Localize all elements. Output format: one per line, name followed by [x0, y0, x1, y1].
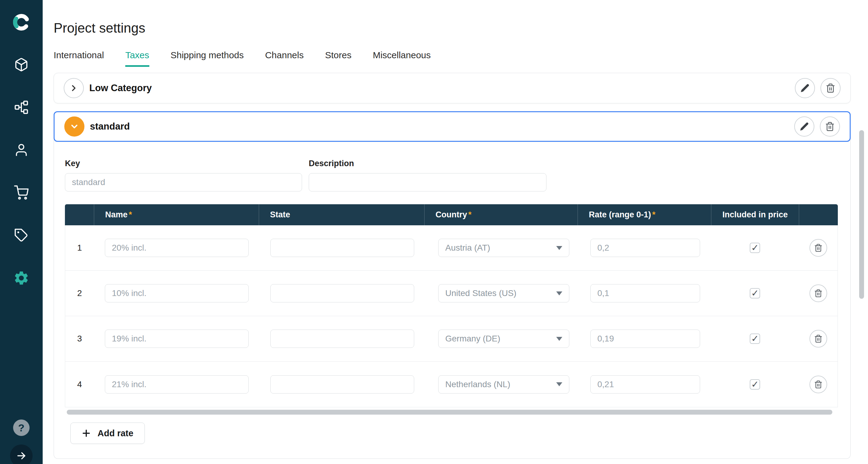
edit-group-button[interactable]	[794, 117, 814, 136]
rate-input[interactable]	[590, 330, 700, 348]
sidebar-nav	[0, 43, 43, 299]
logo-icon	[12, 13, 30, 31]
group-actions	[794, 117, 840, 136]
state-input[interactable]	[270, 284, 414, 302]
sidebar-item-catalogue[interactable]	[0, 43, 43, 86]
rate-input[interactable]	[590, 284, 700, 302]
add-rate-button[interactable]: Add rate	[70, 423, 145, 444]
trash-icon	[814, 244, 823, 252]
trash-icon	[825, 122, 835, 131]
included-header-label: Included in price	[722, 210, 788, 219]
required-marker: *	[652, 210, 656, 219]
gear-icon	[13, 270, 30, 286]
state-header: State	[259, 204, 424, 225]
sidebar-item-topics[interactable]	[0, 214, 43, 257]
included-checkbox[interactable]	[750, 288, 760, 299]
rates-table-header: Name* State Country* Rate (range 0-1)*	[65, 204, 838, 225]
sidebar: ?	[0, 0, 43, 464]
delete-rate-button[interactable]	[809, 284, 827, 302]
country-select-value: United States (US)	[445, 288, 516, 298]
state-header-label: State	[270, 210, 290, 219]
state-input[interactable]	[270, 330, 414, 348]
sidebar-item-settings[interactable]	[0, 257, 43, 299]
country-select[interactable]: Germany (DE)	[438, 330, 569, 348]
app-window: ? Project settings International Taxes S…	[0, 0, 868, 464]
rate-row: 4 Netherlands (NL)	[65, 362, 838, 407]
group-actions	[795, 78, 841, 98]
pencil-icon	[799, 122, 809, 131]
rate-header-label: Rate (range 0-1)	[589, 210, 651, 219]
country-header-label: Country	[436, 210, 467, 219]
required-marker: *	[468, 210, 472, 219]
country-select[interactable]: Austria (AT)	[438, 239, 569, 257]
tab-channels[interactable]: Channels	[265, 50, 304, 67]
name-header-label: Name	[105, 210, 128, 219]
horizontal-scrollbar-thumb[interactable]	[67, 410, 832, 414]
delete-group-button[interactable]	[820, 117, 840, 136]
tax-group-title: Low Category	[89, 83, 152, 94]
main-area: Project settings International Taxes Shi…	[43, 0, 868, 464]
country-select[interactable]: Netherlands (NL)	[438, 375, 569, 394]
collapse-group-button[interactable]	[64, 117, 85, 136]
rate-input[interactable]	[590, 239, 700, 257]
expand-group-button[interactable]	[64, 78, 84, 98]
name-input[interactable]	[105, 375, 249, 394]
page-title: Project settings	[54, 20, 868, 36]
sidebar-item-pipelines[interactable]	[0, 86, 43, 129]
question-mark-icon: ?	[18, 422, 25, 434]
user-icon	[14, 143, 29, 157]
add-rate-label: Add rate	[97, 428, 133, 438]
delete-group-button[interactable]	[820, 78, 841, 98]
key-input[interactable]	[65, 173, 302, 191]
row-number: 2	[65, 288, 94, 298]
rate-row: 1 Austria (AT)	[65, 225, 838, 271]
country-header: Country*	[424, 204, 578, 225]
tree-icon	[14, 100, 29, 115]
included-checkbox[interactable]	[750, 334, 760, 344]
package-icon	[14, 57, 29, 72]
included-checkbox[interactable]	[750, 379, 760, 390]
delete-rate-button[interactable]	[809, 239, 827, 257]
row-number: 4	[65, 379, 94, 389]
sidebar-item-orders[interactable]	[0, 171, 43, 214]
rates-table-body: 1 Austria (AT)	[65, 225, 838, 407]
rate-input[interactable]	[590, 375, 700, 394]
name-input[interactable]	[105, 330, 249, 348]
collapse-sidebar-button[interactable]	[10, 444, 33, 464]
tab-bar: International Taxes Shipping methods Cha…	[54, 50, 868, 67]
delete-rate-button[interactable]	[809, 330, 827, 347]
tax-group-standard: standard	[54, 111, 850, 459]
sidebar-item-customers[interactable]	[0, 129, 43, 171]
name-input[interactable]	[105, 239, 249, 257]
country-select-value: Austria (AT)	[445, 243, 490, 253]
help-button[interactable]: ?	[13, 420, 30, 436]
tax-group-low-category: Low Category	[54, 73, 850, 103]
tab-taxes[interactable]: Taxes	[125, 50, 149, 67]
tab-miscellaneous[interactable]: Miscellaneous	[373, 50, 431, 67]
description-input[interactable]	[309, 173, 547, 191]
row-number: 1	[65, 243, 94, 253]
delete-rate-button[interactable]	[809, 376, 827, 393]
trash-icon	[826, 83, 835, 93]
tab-shipping-methods[interactable]: Shipping methods	[171, 50, 244, 67]
row-number-header	[65, 204, 94, 225]
state-input[interactable]	[270, 375, 414, 394]
trash-icon	[814, 334, 823, 343]
country-select[interactable]: United States (US)	[438, 284, 569, 302]
chevron-down-icon	[556, 291, 562, 296]
edit-group-button[interactable]	[795, 78, 815, 98]
tab-stores[interactable]: Stores	[325, 50, 351, 67]
tax-group-details: Key Description Name*	[54, 140, 850, 459]
included-header: Included in price	[711, 204, 799, 225]
state-input[interactable]	[270, 239, 414, 257]
included-checkbox[interactable]	[750, 243, 760, 253]
vertical-scrollbar-thumb[interactable]	[859, 130, 864, 299]
tab-international[interactable]: International	[54, 50, 104, 67]
country-select-value: Netherlands (NL)	[445, 379, 510, 389]
required-marker: *	[129, 210, 132, 219]
country-select-value: Germany (DE)	[445, 334, 500, 344]
key-label: Key	[65, 159, 302, 168]
name-input[interactable]	[105, 284, 249, 302]
actions-header	[799, 204, 838, 225]
app-logo[interactable]	[12, 10, 30, 34]
